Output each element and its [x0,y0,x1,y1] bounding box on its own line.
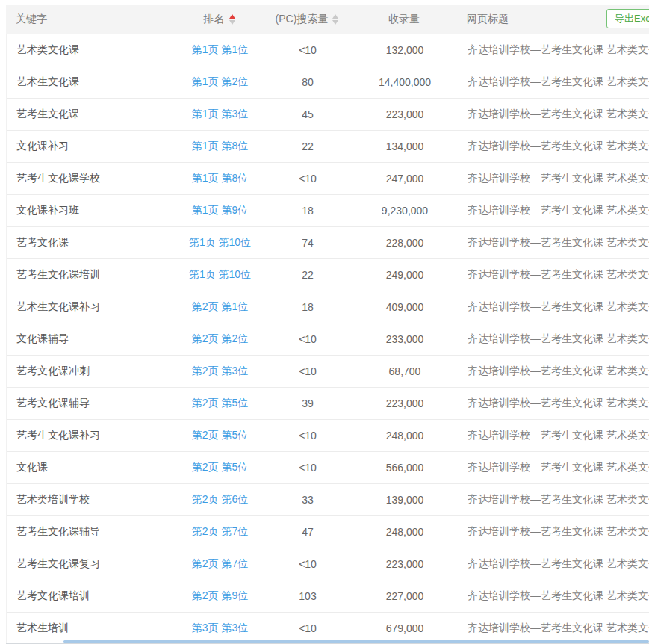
page-title-cell: 齐达培训学校—艺考生文化课 艺术类文化课 [457,172,649,185]
column-header-rank-label: 排名 [204,13,225,26]
rank-link[interactable]: 第1页 第2位 [192,75,248,87]
sort-desc-icon [332,20,338,25]
table-row: 艺术类文化课 第1页 第1位 <10 132,000 齐达培训学校—艺考生文化课… [7,34,649,66]
search-volume-cell: 18 [263,205,353,217]
index-volume-cell: 9,230,000 [353,205,457,217]
sort-search-volume-icon[interactable] [332,14,338,25]
keyword-cell: 艺术生文化课 [7,75,177,89]
export-excel-button[interactable]: 导出Excel [606,9,649,28]
rank-cell: 第2页 第6位 [177,493,263,507]
column-header-rank[interactable]: 排名 [176,13,262,26]
rank-cell: 第1页 第2位 [177,75,263,89]
rank-cell: 第2页 第3位 [177,365,263,378]
search-volume-cell: 45 [263,108,353,120]
rank-link[interactable]: 第3页 第3位 [192,622,248,634]
table-row: 文化课补习班 第1页 第9位 18 9,230,000 齐达培训学校—艺考生文化… [7,194,649,226]
page-title-cell: 齐达培训学校—艺考生文化课 艺术类文化课 [457,622,649,635]
rank-link[interactable]: 第1页 第10位 [189,268,251,280]
keyword-cell: 艺考生文化课 [7,108,177,121]
rank-link[interactable]: 第2页 第5位 [192,461,248,473]
keyword-cell: 文化课补习班 [7,204,177,217]
rank-cell: 第1页 第3位 [177,108,263,121]
table-row: 艺考生文化课培训 第1页 第10位 22 249,000 齐达培训学校—艺考生文… [7,258,649,291]
rank-cell: 第1页 第8位 [177,140,263,153]
page-title-cell: 齐达培训学校—艺考生文化课 艺术类文化课 [457,236,649,250]
index-volume-cell: 139,000 [353,494,457,506]
rank-cell: 第2页 第5位 [177,397,263,410]
rank-cell: 第2页 第5位 [177,429,263,442]
index-volume-cell: 68,700 [353,365,457,377]
rank-cell: 第2页 第1位 [177,300,263,314]
rank-cell: 第1页 第10位 [177,268,263,282]
page-title-cell: 齐达培训学校—艺考生文化课 艺术类文化课 [457,332,649,346]
page-title-cell: 齐达培训学校—艺考生文化课 艺术类文化课 [457,140,649,153]
rank-link[interactable]: 第1页 第8位 [192,172,248,184]
table-body: 艺术类文化课 第1页 第1位 <10 132,000 齐达培训学校—艺考生文化课… [6,34,649,644]
index-volume-cell: 223,000 [353,397,457,409]
sort-asc-icon [229,14,235,19]
search-volume-cell: 33 [263,494,353,506]
sort-rank-icon[interactable] [229,14,235,25]
table-row: 艺考生文化课 第1页 第3位 45 223,000 齐达培训学校—艺考生文化课 … [7,98,649,130]
keyword-cell: 艺考生文化课学校 [7,172,177,185]
search-volume-cell: 103 [263,590,353,602]
page-title-cell: 齐达培训学校—艺考生文化课 艺术类文化课 [457,429,649,442]
rank-cell: 第2页 第2位 [177,332,263,346]
table-row: 艺考文化课培训 第2页 第9位 103 227,000 齐达培训学校—艺考生文化… [7,580,649,612]
column-header-search-volume[interactable]: (PC)搜索量 [262,13,352,26]
table-header-row: 关键字 排名 (PC)搜索量 收录量 网页标题 [6,5,649,34]
table-row: 艺考生文化课学校 第1页 第8位 <10 247,000 齐达培训学校—艺考生文… [7,162,649,194]
column-header-keyword-label: 关键字 [16,13,47,26]
rank-link[interactable]: 第2页 第5位 [192,397,248,409]
table-row: 文化课辅导 第2页 第2位 <10 233,000 齐达培训学校—艺考生文化课 … [7,323,649,355]
index-volume-cell: 14,400,000 [353,76,457,88]
rank-link[interactable]: 第2页 第7位 [192,557,248,569]
rank-cell: 第1页 第10位 [177,236,263,250]
keyword-cell: 艺考生文化课培训 [7,268,177,282]
rank-link[interactable]: 第2页 第1位 [192,300,248,312]
rank-link[interactable]: 第2页 第2位 [192,332,248,344]
keyword-cell: 文化课 [7,461,177,474]
rank-link[interactable]: 第1页 第10位 [189,236,251,248]
table-row: 艺考生文化课复习 第2页 第7位 <10 223,000 齐达培训学校—艺考生文… [7,548,649,580]
index-volume-cell: 233,000 [353,333,457,345]
search-volume-cell: <10 [263,333,353,345]
rank-cell: 第2页 第9位 [177,589,263,603]
keyword-cell: 艺术生文化课补习 [7,300,177,314]
rank-cell: 第3页 第3位 [177,622,263,635]
rank-link[interactable]: 第2页 第5位 [192,429,248,441]
rank-link[interactable]: 第1页 第3位 [192,108,248,120]
page-title-cell: 齐达培训学校—艺考生文化课 艺术类文化课 [457,461,649,474]
index-volume-cell: 248,000 [353,430,457,442]
page-title-cell: 齐达培训学校—艺考生文化课 艺术类文化课 [457,525,649,539]
index-volume-cell: 679,000 [353,622,457,634]
column-header-index-volume-label: 收录量 [388,13,420,26]
rank-link[interactable]: 第1页 第8位 [192,140,248,152]
rank-link[interactable]: 第2页 第6位 [192,493,248,505]
sort-asc-icon [332,14,338,19]
keyword-cell: 艺考生文化课复习 [7,557,177,571]
table-row: 艺考文化课辅导 第2页 第5位 39 223,000 齐达培训学校—艺考生文化课… [7,387,649,419]
keyword-cell: 艺考文化课 [7,236,177,250]
rank-link[interactable]: 第1页 第9位 [192,204,248,216]
horizontal-scrollbar-thumb[interactable] [63,640,649,643]
search-volume-cell: <10 [263,173,353,185]
rank-link[interactable]: 第2页 第3位 [192,365,248,377]
page-title-cell: 齐达培训学校—艺考生文化课 艺术类文化课 [457,300,649,314]
page-title-cell: 齐达培训学校—艺考生文化课 艺术类文化课 [457,108,649,121]
rank-link[interactable]: 第2页 第7位 [192,525,248,537]
search-volume-cell: 18 [263,301,353,313]
rank-link[interactable]: 第1页 第1位 [192,43,248,55]
search-volume-cell: 39 [263,397,353,409]
page-title-cell: 齐达培训学校—艺考生文化课 艺术类文化课 [457,365,649,378]
search-volume-cell: <10 [263,365,353,377]
page-title-cell: 齐达培训学校—艺考生文化课 艺术类文化课 [457,557,649,571]
table-row: 艺术生文化课补习 第2页 第1位 18 409,000 齐达培训学校—艺考生文化… [7,291,649,323]
table-row: 艺术生文化课 第1页 第2位 80 14,400,000 齐达培训学校—艺考生文… [7,66,649,98]
rank-link[interactable]: 第2页 第9位 [192,589,248,601]
index-volume-cell: 247,000 [353,173,457,185]
column-header-search-volume-label: (PC)搜索量 [276,13,329,26]
table-row: 艺术生培训 第3页 第3位 <10 679,000 齐达培训学校—艺考生文化课 … [7,612,649,644]
index-volume-cell: 132,000 [353,44,457,56]
index-volume-cell: 409,000 [353,301,457,313]
